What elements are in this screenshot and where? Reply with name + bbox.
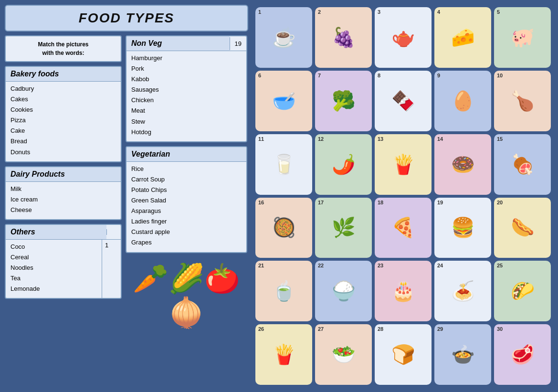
cell-image: 🍔 bbox=[451, 216, 475, 239]
list-item: Custard apple bbox=[131, 227, 242, 237]
cell-number: 16 bbox=[258, 200, 264, 205]
cell-number: 13 bbox=[378, 136, 383, 142]
grid-cell-23: 23 🎂 bbox=[375, 261, 432, 321]
nonveg-items: Hamburger Pork Kabob Sausages Chicken Me… bbox=[126, 51, 246, 141]
grid-cell-2: 2 🍇 bbox=[315, 7, 372, 68]
grid-cell-13: 13 🍟 bbox=[375, 134, 432, 195]
cell-number: 21 bbox=[258, 263, 264, 268]
grid-cell-9: 9 🥚 bbox=[434, 71, 491, 131]
cell-image: 🍖 bbox=[511, 153, 535, 176]
cell-image: 🥛 bbox=[272, 153, 296, 176]
cell-number: 17 bbox=[318, 200, 324, 205]
grid-cell-30: 30 🥩 bbox=[494, 324, 551, 385]
list-item: Tea bbox=[11, 273, 97, 284]
grid-cell-20: 20 🌭 bbox=[494, 198, 551, 258]
grid-cell-26: 26 🍟 bbox=[255, 324, 312, 385]
bakery-header: Bakery foods bbox=[6, 67, 121, 82]
cell-number: 2 bbox=[318, 9, 321, 15]
grid-cell-28: 28 🍞 bbox=[375, 324, 432, 385]
cell-image: 🍩 bbox=[451, 153, 475, 176]
grid-cell-12: 12 🌶️ bbox=[315, 134, 372, 195]
grid-cell-10: 10 🍗 bbox=[494, 71, 551, 131]
grid-cell-25: 25 🌮 bbox=[494, 261, 551, 321]
grid-cell-24: 24 🍝 bbox=[434, 261, 491, 321]
list-item: Potato Chips bbox=[131, 185, 242, 195]
grid-cell-4: 4 🧀 bbox=[434, 7, 491, 68]
list-item: Cookies bbox=[11, 105, 116, 115]
cell-number: 26 bbox=[258, 326, 264, 332]
others-row: Coco Cereal Noodles Tea Lemonade 1 bbox=[6, 240, 121, 298]
others-category: Others Coco Cereal Noodles Tea Lemonade … bbox=[5, 224, 122, 299]
list-item: Coco bbox=[11, 242, 97, 252]
grid-cell-3: 3 🫖 bbox=[375, 7, 432, 68]
cell-number: 10 bbox=[497, 73, 503, 78]
list-item: Bread bbox=[11, 136, 116, 147]
cell-image: 🍗 bbox=[511, 90, 535, 112]
cell-image: 🧀 bbox=[451, 26, 475, 49]
list-item: Cake bbox=[11, 126, 116, 136]
nonveg-num: 19 bbox=[230, 37, 246, 50]
cell-image: 🥦 bbox=[332, 90, 356, 112]
list-item: Noodles bbox=[11, 263, 97, 273]
cell-number: 3 bbox=[378, 9, 380, 15]
cell-image: 🥘 bbox=[272, 216, 296, 239]
grid-cell-16: 16 🥘 bbox=[255, 198, 312, 258]
others-items: Coco Cereal Noodles Tea Lemonade bbox=[6, 240, 102, 298]
cell-image: 🫖 bbox=[391, 26, 415, 49]
dairy-category: Dairy Products Milk Ice cream Cheese bbox=[5, 166, 122, 220]
cell-number: 27 bbox=[318, 326, 324, 332]
list-item: Chicken bbox=[131, 95, 242, 106]
dairy-header: Dairy Products bbox=[6, 167, 121, 182]
list-item: Ice cream bbox=[11, 194, 116, 205]
cell-number: 15 bbox=[497, 136, 503, 142]
list-item: Sausages bbox=[131, 85, 242, 95]
list-item: Meat bbox=[131, 106, 242, 116]
cell-number: 11 bbox=[258, 136, 264, 142]
cell-image: 🍲 bbox=[451, 343, 475, 366]
nonveg-header-row: Non Veg 19 bbox=[126, 36, 246, 51]
bakery-category: Bakery foods Cadbury Cakes Cookies Pizza… bbox=[5, 66, 122, 162]
grid-cell-8: 8 🍫 bbox=[375, 71, 432, 131]
grid-cell-7: 7 🥦 bbox=[315, 71, 372, 131]
cell-image: 🎂 bbox=[391, 280, 415, 302]
list-item: Hotdog bbox=[131, 127, 242, 138]
cell-number: 30 bbox=[497, 326, 503, 332]
bakery-items: Cadbury Cakes Cookies Pizza Cake Bread D… bbox=[6, 82, 121, 161]
list-item: Stew bbox=[131, 117, 242, 127]
cell-image: 🌭 bbox=[511, 216, 535, 239]
left-panel: FOOD TYPES Match the pictures with the w… bbox=[5, 5, 248, 387]
cell-number: 7 bbox=[318, 73, 321, 78]
veg-header: Vegetarian bbox=[126, 147, 246, 161]
cell-image: 🥗 bbox=[332, 343, 356, 366]
cell-image: 🍚 bbox=[332, 280, 356, 302]
cell-number: 29 bbox=[437, 326, 443, 332]
cell-image: 🥣 bbox=[272, 90, 296, 112]
list-item: Ladies finger bbox=[131, 216, 242, 227]
cell-number: 6 bbox=[258, 73, 261, 78]
food-column: Non Veg 19 Hamburger Pork Kabob Sausages… bbox=[126, 35, 247, 387]
list-item: Donuts bbox=[11, 147, 116, 158]
cell-image: 🌮 bbox=[511, 280, 535, 302]
grid-cell-27: 27 🥗 bbox=[315, 324, 372, 385]
list-item: Cereal bbox=[11, 252, 97, 263]
grid-cell-19: 19 🍔 bbox=[434, 198, 491, 258]
others-num-col: 1 bbox=[102, 240, 121, 298]
others-header: Others bbox=[6, 225, 106, 239]
list-item: Grapes bbox=[131, 237, 242, 248]
list-item: Carrot Soup bbox=[131, 174, 242, 185]
cell-image: 🍫 bbox=[391, 90, 415, 112]
grid-cell-14: 14 🍩 bbox=[434, 134, 491, 195]
list-item: Pork bbox=[131, 64, 242, 74]
veg-items: Rice Carrot Soup Potato Chips Green Sala… bbox=[126, 162, 246, 252]
dairy-items: Milk Ice cream Cheese bbox=[6, 182, 121, 219]
vegetarian-table: Vegetarian Rice Carrot Soup Potato Chips… bbox=[126, 146, 247, 253]
grid-cell-11: 11 🥛 bbox=[255, 134, 312, 195]
cell-number: 28 bbox=[378, 326, 383, 332]
cell-number: 23 bbox=[378, 263, 383, 268]
cell-image: 🍞 bbox=[391, 343, 415, 366]
others-table-header: Others bbox=[6, 225, 121, 240]
list-item: Pizza bbox=[11, 115, 116, 126]
grid-cell-22: 22 🍚 bbox=[315, 261, 372, 321]
grid-cell-18: 18 🍕 bbox=[375, 198, 432, 258]
grid-cell-29: 29 🍲 bbox=[434, 324, 491, 385]
